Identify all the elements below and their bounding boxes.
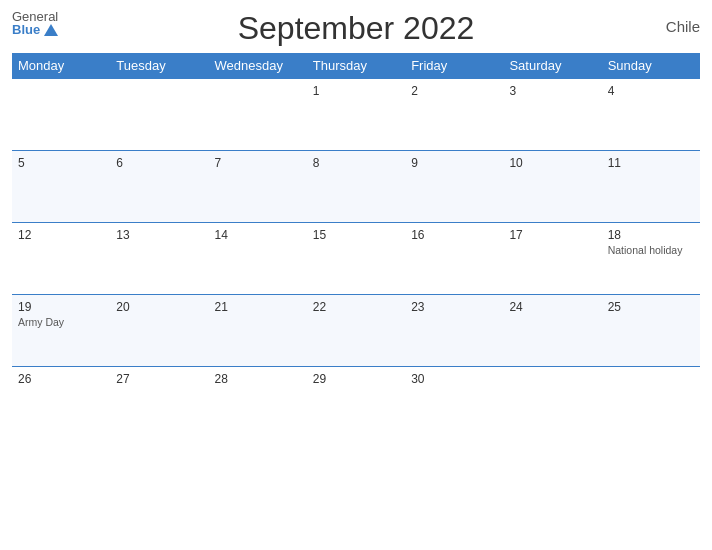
week-row-5: 2627282930 [12, 367, 700, 439]
calendar-cell: 13 [110, 223, 208, 295]
day-number: 21 [215, 300, 301, 314]
calendar-cell: 12 [12, 223, 110, 295]
day-number: 13 [116, 228, 202, 242]
weekday-monday: Monday [12, 53, 110, 79]
calendar-cell: 17 [503, 223, 601, 295]
calendar-cell: 7 [209, 151, 307, 223]
week-row-3: 12131415161718National holiday [12, 223, 700, 295]
calendar-cell: 26 [12, 367, 110, 439]
day-number: 23 [411, 300, 497, 314]
day-number: 18 [608, 228, 694, 242]
country-label: Chile [666, 18, 700, 35]
day-number: 22 [313, 300, 399, 314]
calendar-cell: 3 [503, 79, 601, 151]
day-number: 3 [509, 84, 595, 98]
calendar-header: General Blue September 2022 Chile [12, 10, 700, 47]
calendar-wrapper: General Blue September 2022 Chile Monday… [0, 0, 712, 550]
week-row-2: 567891011 [12, 151, 700, 223]
calendar-cell [503, 367, 601, 439]
week-row-4: 19Army Day202122232425 [12, 295, 700, 367]
day-number: 26 [18, 372, 104, 386]
calendar-cell [209, 79, 307, 151]
weekday-thursday: Thursday [307, 53, 405, 79]
day-number: 29 [313, 372, 399, 386]
logo-blue-row: Blue [12, 23, 58, 36]
day-number: 1 [313, 84, 399, 98]
day-number: 30 [411, 372, 497, 386]
calendar-grid: MondayTuesdayWednesdayThursdayFridaySatu… [12, 53, 700, 439]
calendar-cell: 11 [602, 151, 700, 223]
day-event: National holiday [608, 244, 694, 256]
calendar-cell: 1 [307, 79, 405, 151]
calendar-cell: 21 [209, 295, 307, 367]
weekday-friday: Friday [405, 53, 503, 79]
weekday-wednesday: Wednesday [209, 53, 307, 79]
day-event: Army Day [18, 316, 104, 328]
calendar-cell: 28 [209, 367, 307, 439]
day-number: 8 [313, 156, 399, 170]
calendar-cell: 6 [110, 151, 208, 223]
calendar-cell: 25 [602, 295, 700, 367]
day-number: 2 [411, 84, 497, 98]
day-number: 17 [509, 228, 595, 242]
calendar-cell [110, 79, 208, 151]
day-number: 10 [509, 156, 595, 170]
calendar-cell: 16 [405, 223, 503, 295]
logo: General Blue [12, 10, 58, 36]
calendar-cell: 8 [307, 151, 405, 223]
calendar-cell: 10 [503, 151, 601, 223]
logo-triangle-icon [44, 24, 58, 36]
calendar-cell: 24 [503, 295, 601, 367]
day-number: 14 [215, 228, 301, 242]
weekday-header-row: MondayTuesdayWednesdayThursdayFridaySatu… [12, 53, 700, 79]
weekday-tuesday: Tuesday [110, 53, 208, 79]
calendar-cell: 15 [307, 223, 405, 295]
calendar-cell: 9 [405, 151, 503, 223]
calendar-cell: 18National holiday [602, 223, 700, 295]
day-number: 12 [18, 228, 104, 242]
day-number: 27 [116, 372, 202, 386]
weekday-sunday: Sunday [602, 53, 700, 79]
calendar-cell: 2 [405, 79, 503, 151]
calendar-cell [12, 79, 110, 151]
calendar-cell: 29 [307, 367, 405, 439]
day-number: 15 [313, 228, 399, 242]
week-row-1: 1234 [12, 79, 700, 151]
calendar-cell [602, 367, 700, 439]
day-number: 9 [411, 156, 497, 170]
day-number: 7 [215, 156, 301, 170]
day-number: 28 [215, 372, 301, 386]
calendar-cell: 27 [110, 367, 208, 439]
calendar-cell: 23 [405, 295, 503, 367]
calendar-cell: 4 [602, 79, 700, 151]
calendar-cell: 30 [405, 367, 503, 439]
calendar-title: September 2022 [238, 10, 475, 47]
calendar-cell: 19Army Day [12, 295, 110, 367]
day-number: 19 [18, 300, 104, 314]
calendar-cell: 20 [110, 295, 208, 367]
day-number: 25 [608, 300, 694, 314]
calendar-cell: 22 [307, 295, 405, 367]
calendar-cell: 14 [209, 223, 307, 295]
day-number: 24 [509, 300, 595, 314]
weekday-saturday: Saturday [503, 53, 601, 79]
day-number: 20 [116, 300, 202, 314]
day-number: 11 [608, 156, 694, 170]
day-number: 4 [608, 84, 694, 98]
day-number: 5 [18, 156, 104, 170]
calendar-cell: 5 [12, 151, 110, 223]
day-number: 16 [411, 228, 497, 242]
logo-blue-text: Blue [12, 23, 40, 36]
day-number: 6 [116, 156, 202, 170]
